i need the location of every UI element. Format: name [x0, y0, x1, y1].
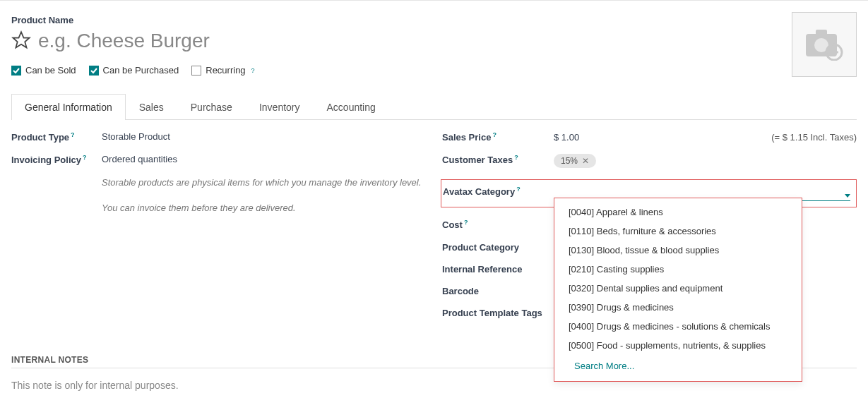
customer-tax-tag[interactable]: 15% ✕	[554, 154, 596, 168]
sales-price-value[interactable]: $ 1.00	[554, 132, 579, 143]
favorite-star-icon[interactable]	[11, 30, 31, 52]
recurring-label: Recurring	[206, 65, 245, 76]
dropdown-option[interactable]: [0210] Casting supplies	[554, 260, 802, 279]
product-image-placeholder[interactable]	[792, 12, 857, 77]
product-type-value[interactable]: Storable Product	[102, 131, 428, 143]
remove-tax-icon[interactable]: ✕	[582, 156, 589, 166]
product-name-label: Product Name	[11, 15, 857, 25]
can-be-purchased-label: Can be Purchased	[103, 65, 179, 76]
tab-accounting[interactable]: Accounting	[314, 94, 389, 120]
help-icon[interactable]: ?	[516, 186, 521, 193]
help-icon[interactable]: ?	[492, 131, 497, 138]
help-icon[interactable]: ?	[514, 154, 518, 161]
invoicing-policy-help: Storable products are physical items for…	[102, 176, 428, 215]
recurring-checkbox[interactable]: Recurring?	[191, 65, 254, 76]
tab-sales[interactable]: Sales	[126, 94, 177, 120]
dropdown-option[interactable]: [0320] Dental supplies and equipment	[554, 279, 802, 298]
tab-purchase[interactable]: Purchase	[177, 94, 246, 120]
dropdown-option[interactable]: [0390] Drugs & medicines	[554, 298, 802, 317]
help-icon[interactable]: ?	[464, 219, 468, 226]
dropdown-option[interactable]: [0130] Blood, tissue & blood supplies	[554, 241, 802, 260]
dropdown-option[interactable]: [0110] Beds, furniture & accessories	[554, 222, 802, 241]
dropdown-option[interactable]: [0040] Apparel & linens	[554, 203, 802, 222]
tab-inventory[interactable]: Inventory	[246, 94, 314, 120]
invoicing-policy-value[interactable]: Ordered quantities	[102, 154, 428, 164]
can-be-purchased-checkbox[interactable]: Can be Purchased	[89, 65, 179, 76]
barcode-label: Barcode	[442, 286, 554, 296]
dropdown-search-more[interactable]: Search More...	[554, 355, 802, 377]
product-category-label: Product Category	[442, 242, 554, 253]
svg-marker-0	[13, 32, 29, 47]
tab-general-information[interactable]: General Information	[11, 94, 126, 120]
help-icon[interactable]: ?	[251, 67, 255, 74]
sales-price-label: Sales Price?	[442, 131, 554, 143]
product-type-label: Product Type?	[11, 131, 102, 143]
avatax-dropdown: [0040] Apparel & linens [0110] Beds, fur…	[554, 198, 802, 382]
chevron-down-icon	[845, 194, 850, 198]
avatax-category-label: Avatax Category?	[443, 186, 554, 201]
cost-label: Cost?	[442, 219, 554, 230]
can-be-sold-label: Can be Sold	[25, 65, 76, 76]
help-icon[interactable]: ?	[83, 154, 87, 161]
customer-taxes-label: Customer Taxes?	[442, 154, 554, 168]
can-be-sold-checkbox[interactable]: Can be Sold	[11, 65, 76, 76]
product-name-input[interactable]	[38, 27, 462, 55]
dropdown-option[interactable]: [0500] Food - supplements, nutrients, & …	[554, 336, 802, 355]
help-icon[interactable]: ?	[71, 131, 75, 138]
invoicing-policy-label: Invoicing Policy?	[11, 154, 102, 215]
svg-rect-2	[816, 30, 827, 35]
dropdown-option[interactable]: [0400] Drugs & medicines - solutions & c…	[554, 317, 802, 336]
internal-reference-label: Internal Reference	[442, 264, 554, 275]
incl-taxes-text: (= $ 1.15 Incl. Taxes)	[771, 132, 857, 143]
product-template-tags-label: Product Template Tags	[442, 308, 554, 318]
